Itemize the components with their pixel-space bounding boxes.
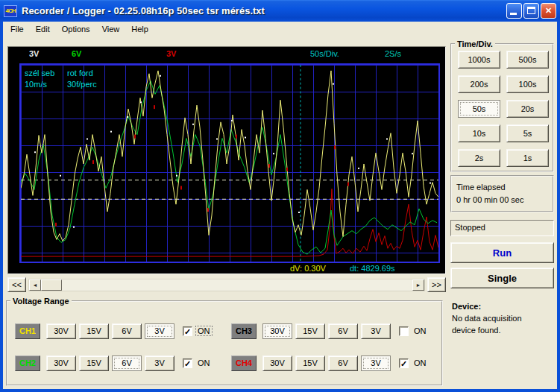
channel-row-ch3: CH330V15V6V3VON [231, 322, 428, 340]
on-checkbox-ch4[interactable]: ✓ [399, 358, 409, 368]
scope-display: 3V 6V 3V 50s/Div. 2S/s szél seb 10m/s ro… [7, 46, 446, 274]
timebase-label: 50s/Div. [310, 49, 339, 58]
sample-dot [412, 153, 413, 154]
timediv-button-20s[interactable]: 20s [506, 100, 549, 118]
timediv-button-200s[interactable]: 200s [458, 75, 500, 93]
trace-ch2 [21, 81, 437, 254]
page-left-button[interactable]: << [7, 277, 26, 292]
menu-item-file[interactable]: File [4, 23, 30, 35]
range-button-ch4-6v[interactable]: 6V [328, 355, 358, 371]
range-button-ch2-3v[interactable]: 3V [145, 355, 174, 371]
menu-item-options[interactable]: Options [56, 23, 96, 35]
trace-overlap-mark [334, 145, 336, 149]
page-right-button[interactable]: >> [427, 277, 446, 292]
ch1-scale-label: 3V [29, 49, 39, 58]
sample-dot [430, 183, 431, 184]
window-title: Recorder / Logger - 02.25.08h16p 50sec t… [22, 5, 506, 16]
run-button[interactable]: Run [450, 242, 554, 263]
channel-label-ch3: CH3 [231, 323, 257, 339]
range-button-ch2-6v[interactable]: 6V [112, 355, 142, 371]
scroll-row: << ◄ ► >> [7, 277, 446, 292]
time-div-title: Time/Div. [455, 39, 495, 48]
trace-overlap-mark [268, 164, 270, 168]
minimize-icon [510, 13, 517, 15]
device-info: Device: No data acquisition device found… [452, 300, 554, 336]
trace-overlap-mark [55, 223, 57, 227]
on-checkbox-ch3[interactable] [399, 326, 409, 336]
on-label-ch4: ON [412, 358, 428, 367]
waveform-plot[interactable]: szél seb 10m/s rot ford 30f/perc [19, 63, 440, 263]
range-button-ch4-30v[interactable]: 30V [262, 355, 292, 371]
range-button-ch3-15v[interactable]: 15V [295, 323, 325, 339]
channel-row-ch2: CH230V15V6V3V✓ON [15, 354, 212, 372]
scroll-right-arrow[interactable]: ► [412, 279, 424, 291]
range-button-ch1-30v[interactable]: 30V [46, 323, 76, 339]
menu-item-view[interactable]: View [96, 23, 126, 35]
on-checkbox-ch2[interactable]: ✓ [183, 358, 192, 368]
scroll-left-arrow[interactable]: ◄ [29, 279, 41, 291]
channel-label-ch2: CH2 [15, 355, 40, 371]
range-button-ch4-3v[interactable]: 3V [361, 355, 391, 371]
sample-dot [176, 175, 177, 177]
sample-dot [245, 137, 246, 139]
range-button-ch3-6v[interactable]: 6V [328, 323, 358, 339]
sample-dot [192, 124, 194, 125]
app-window: 4CH Recorder / Logger - 02.25.08h16p 50s… [0, 0, 560, 392]
timediv-button-5s[interactable]: 5s [506, 124, 549, 142]
channel-label-ch4: CH4 [231, 355, 257, 371]
menu-bar: FileEditOptionsViewHelp [3, 22, 557, 37]
timediv-button-10s[interactable]: 10s [458, 124, 500, 142]
timediv-button-1000s[interactable]: 1000s [458, 51, 500, 69]
scroll-thumb[interactable] [41, 279, 62, 291]
sample-dot [273, 153, 274, 154]
sample-dot [298, 212, 300, 213]
sample-dot [231, 120, 233, 121]
trace-overlap-mark [180, 186, 182, 190]
range-button-ch2-30v[interactable]: 30V [46, 355, 76, 371]
timediv-button-2s[interactable]: 2s [458, 149, 500, 167]
time-elapsed-box: Time elapsed 0 hr 00 min 00 sec [450, 175, 554, 212]
maximize-button[interactable] [523, 3, 539, 19]
close-button[interactable]: ✕ [541, 3, 556, 19]
range-button-ch3-3v[interactable]: 3V [361, 323, 391, 339]
scroll-track[interactable] [62, 279, 412, 291]
sample-dot [358, 168, 359, 169]
timediv-button-1s[interactable]: 1s [506, 149, 549, 167]
channel-row-ch1: CH130V15V6V3V✓ON [15, 322, 212, 340]
range-button-ch1-3v[interactable]: 3V [145, 323, 174, 339]
on-checkbox-ch1[interactable]: ✓ [183, 326, 192, 336]
sample-dot [140, 101, 142, 103]
menu-item-help[interactable]: Help [125, 23, 154, 35]
timediv-button-100s[interactable]: 100s [506, 75, 549, 93]
range-button-ch1-6v[interactable]: 6V [112, 323, 142, 339]
voltage-range-title: Voltage Range [10, 297, 72, 306]
range-button-ch1-15v[interactable]: 15V [79, 323, 109, 339]
time-elapsed-value: 0 hr 00 min 00 sec [456, 194, 553, 206]
horizontal-scrollbar[interactable]: ◄ ► [28, 279, 425, 291]
menu-item-edit[interactable]: Edit [30, 23, 56, 35]
sample-dot [34, 151, 36, 153]
on-label-ch2: ON [196, 358, 212, 367]
voltage-range-group: Voltage Range CH130V15V6V3V✓ON CH230V15V… [6, 297, 443, 386]
time-elapsed-title: Time elapsed [456, 181, 553, 194]
range-button-ch2-15v[interactable]: 15V [79, 355, 109, 371]
delta-time-readout: dt: 4829.69s [350, 264, 395, 273]
trace-overlap-mark [92, 160, 94, 164]
sample-dot [216, 139, 218, 140]
timediv-button-50s[interactable]: 50s [458, 100, 500, 118]
single-button[interactable]: Single [450, 268, 554, 288]
ch1-annotation: szél seb 10m/s [25, 68, 54, 90]
minimize-button[interactable] [506, 3, 522, 19]
ch2-scale-label: 6V [72, 49, 81, 58]
timediv-button-500s[interactable]: 500s [506, 51, 549, 69]
ch2-annotation: rot ford 30f/perc [67, 68, 97, 90]
delta-voltage-readout: dV: 0.30V [290, 264, 326, 273]
sample-dot [60, 175, 61, 177]
title-bar[interactable]: 4CH Recorder / Logger - 02.25.08h16p 50s… [0, 0, 560, 22]
sample-dot [110, 131, 112, 133]
device-status-line2: device found. [452, 324, 554, 336]
trace-overlap-mark [134, 135, 136, 139]
sample-dot [333, 83, 334, 85]
range-button-ch3-30v[interactable]: 30V [262, 323, 292, 339]
range-button-ch4-15v[interactable]: 15V [295, 355, 325, 371]
